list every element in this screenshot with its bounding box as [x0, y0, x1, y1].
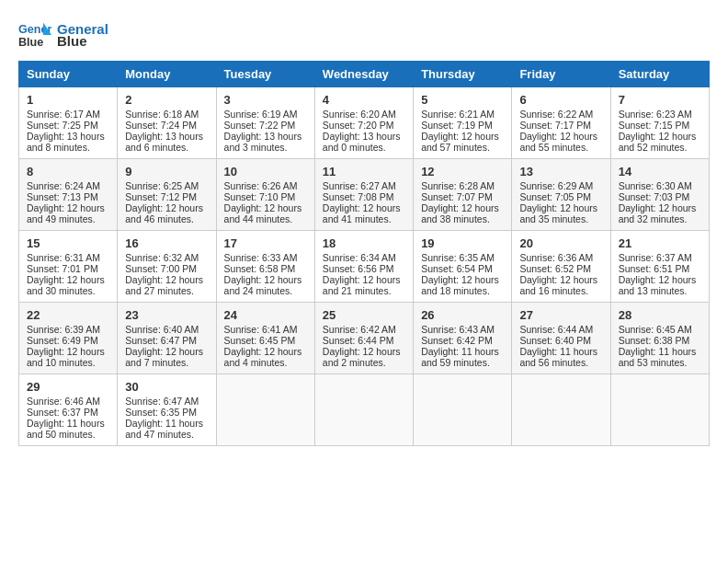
day-info-line: and 7 minutes.: [125, 357, 208, 368]
calendar-cell: 23Sunrise: 6:40 AMSunset: 6:47 PMDayligh…: [118, 303, 216, 374]
calendar-cell: 20Sunrise: 6:36 AMSunset: 6:52 PMDayligh…: [512, 231, 610, 303]
calendar-cell: 25Sunrise: 6:42 AMSunset: 6:44 PMDayligh…: [314, 303, 413, 374]
calendar-cell: 17Sunrise: 6:33 AMSunset: 6:58 PMDayligh…: [216, 231, 314, 303]
calendar-cell: 19Sunrise: 6:35 AMSunset: 6:54 PMDayligh…: [414, 231, 512, 303]
day-info-line: Sunrise: 6:41 AM: [224, 324, 307, 335]
calendar-cell: 11Sunrise: 6:27 AMSunset: 7:08 PMDayligh…: [314, 159, 413, 231]
calendar-cell: 24Sunrise: 6:41 AMSunset: 6:45 PMDayligh…: [216, 303, 314, 374]
logo: General Blue General Blue: [18, 18, 108, 52]
day-info-line: and 56 minutes.: [519, 357, 602, 368]
day-info-line: and 53 minutes.: [619, 357, 701, 368]
day-info-line: Sunset: 6:42 PM: [421, 335, 504, 346]
logo-icon: General Blue: [18, 18, 51, 52]
day-info-line: and 8 minutes.: [27, 142, 109, 153]
day-info-line: Sunset: 7:25 PM: [27, 120, 109, 131]
day-info-line: Sunset: 6:44 PM: [323, 335, 405, 346]
week-row-1: 1Sunrise: 6:17 AMSunset: 7:25 PMDaylight…: [19, 87, 710, 159]
calendar-cell: 7Sunrise: 6:23 AMSunset: 7:15 PMDaylight…: [610, 87, 709, 159]
day-info-line: Daylight: 12 hours: [27, 202, 109, 213]
day-info-line: and 52 minutes.: [619, 142, 701, 153]
day-info-line: Daylight: 11 hours: [125, 418, 208, 429]
day-info-line: Sunset: 6:54 PM: [421, 263, 504, 274]
day-number: 12: [421, 165, 504, 178]
day-info-line: Daylight: 13 hours: [224, 131, 307, 142]
day-info-line: Sunset: 6:40 PM: [519, 335, 602, 346]
calendar-cell: [512, 374, 610, 446]
calendar-cell: 9Sunrise: 6:25 AMSunset: 7:12 PMDaylight…: [118, 159, 216, 231]
day-info-line: Sunrise: 6:45 AM: [619, 324, 701, 335]
day-info-line: Sunset: 7:12 PM: [125, 191, 208, 202]
day-info-line: Sunset: 7:08 PM: [323, 191, 405, 202]
calendar-body: 1Sunrise: 6:17 AMSunset: 7:25 PMDaylight…: [19, 87, 710, 446]
calendar-cell: [610, 374, 709, 446]
day-info-line: and 50 minutes.: [27, 429, 109, 440]
day-number: 5: [421, 93, 504, 107]
calendar-cell: 15Sunrise: 6:31 AMSunset: 7:01 PMDayligh…: [19, 231, 118, 303]
day-number: 28: [619, 308, 701, 322]
day-info-line: Daylight: 12 hours: [421, 202, 504, 213]
day-info-line: and 10 minutes.: [27, 357, 109, 368]
week-row-3: 15Sunrise: 6:31 AMSunset: 7:01 PMDayligh…: [19, 231, 710, 303]
day-number: 10: [224, 165, 307, 178]
svg-text:Blue: Blue: [18, 36, 43, 49]
calendar-cell: [414, 374, 512, 446]
day-number: 16: [125, 236, 208, 250]
day-info-line: and 41 minutes.: [323, 213, 405, 224]
day-info-line: Sunrise: 6:43 AM: [421, 324, 504, 335]
calendar-cell: 3Sunrise: 6:19 AMSunset: 7:22 PMDaylight…: [216, 87, 314, 159]
day-number: 2: [125, 93, 208, 107]
day-info-line: and 32 minutes.: [619, 213, 701, 224]
calendar-cell: 26Sunrise: 6:43 AMSunset: 6:42 PMDayligh…: [414, 303, 512, 374]
day-info-line: Sunset: 6:38 PM: [619, 335, 701, 346]
day-info-line: Sunset: 7:01 PM: [27, 263, 109, 274]
day-number: 30: [125, 380, 208, 394]
day-info-line: Daylight: 12 hours: [619, 202, 701, 213]
calendar-cell: 30Sunrise: 6:47 AMSunset: 6:35 PMDayligh…: [118, 374, 216, 446]
day-header-saturday: Saturday: [610, 62, 709, 87]
day-info-line: Sunrise: 6:22 AM: [519, 109, 602, 120]
calendar-cell: 14Sunrise: 6:30 AMSunset: 7:03 PMDayligh…: [610, 159, 709, 231]
calendar-cell: 28Sunrise: 6:45 AMSunset: 6:38 PMDayligh…: [610, 303, 709, 374]
day-info-line: Daylight: 13 hours: [323, 131, 405, 142]
day-info-line: and 3 minutes.: [224, 142, 307, 153]
day-info-line: Sunset: 7:20 PM: [323, 120, 405, 131]
day-info-line: Daylight: 11 hours: [27, 418, 109, 429]
calendar-cell: 8Sunrise: 6:24 AMSunset: 7:13 PMDaylight…: [19, 159, 118, 231]
day-info-line: Sunset: 7:24 PM: [125, 120, 208, 131]
day-number: 3: [224, 93, 307, 107]
day-info-line: Sunrise: 6:35 AM: [421, 252, 504, 263]
day-info-line: and 49 minutes.: [27, 213, 109, 224]
day-info-line: Sunset: 7:05 PM: [519, 191, 602, 202]
calendar-cell: 18Sunrise: 6:34 AMSunset: 6:56 PMDayligh…: [314, 231, 413, 303]
day-info-line: Sunset: 6:49 PM: [27, 335, 109, 346]
day-info-line: Sunrise: 6:36 AM: [519, 252, 602, 263]
day-info-line: Sunrise: 6:46 AM: [27, 396, 109, 407]
day-info-line: Daylight: 12 hours: [421, 274, 504, 285]
day-info-line: Sunset: 6:37 PM: [27, 407, 109, 418]
day-info-line: Sunrise: 6:28 AM: [421, 180, 504, 191]
day-info-line: Sunrise: 6:32 AM: [125, 252, 208, 263]
day-info-line: Sunset: 7:19 PM: [421, 120, 504, 131]
day-info-line: Sunrise: 6:33 AM: [224, 252, 307, 263]
day-info-line: and 4 minutes.: [224, 357, 307, 368]
day-number: 4: [323, 93, 405, 107]
day-info-line: Sunrise: 6:47 AM: [125, 396, 208, 407]
day-header-wednesday: Wednesday: [314, 62, 413, 87]
day-info-line: Daylight: 12 hours: [224, 346, 307, 357]
calendar-cell: 1Sunrise: 6:17 AMSunset: 7:25 PMDaylight…: [19, 87, 118, 159]
calendar-cell: 10Sunrise: 6:26 AMSunset: 7:10 PMDayligh…: [216, 159, 314, 231]
calendar-cell: 5Sunrise: 6:21 AMSunset: 7:19 PMDaylight…: [414, 87, 512, 159]
day-info-line: and 18 minutes.: [421, 285, 504, 296]
day-info-line: Sunrise: 6:42 AM: [323, 324, 405, 335]
day-info-line: Sunrise: 6:17 AM: [27, 109, 109, 120]
header: General Blue General Blue: [18, 18, 710, 52]
day-info-line: Sunset: 7:17 PM: [519, 120, 602, 131]
day-info-line: and 38 minutes.: [421, 213, 504, 224]
week-row-2: 8Sunrise: 6:24 AMSunset: 7:13 PMDaylight…: [19, 159, 710, 231]
day-info-line: Daylight: 12 hours: [323, 274, 405, 285]
day-info-line: Sunrise: 6:39 AM: [27, 324, 109, 335]
header-row: SundayMondayTuesdayWednesdayThursdayFrid…: [19, 62, 710, 87]
day-info-line: Sunrise: 6:25 AM: [125, 180, 208, 191]
day-number: 6: [519, 93, 602, 107]
day-header-sunday: Sunday: [19, 62, 118, 87]
